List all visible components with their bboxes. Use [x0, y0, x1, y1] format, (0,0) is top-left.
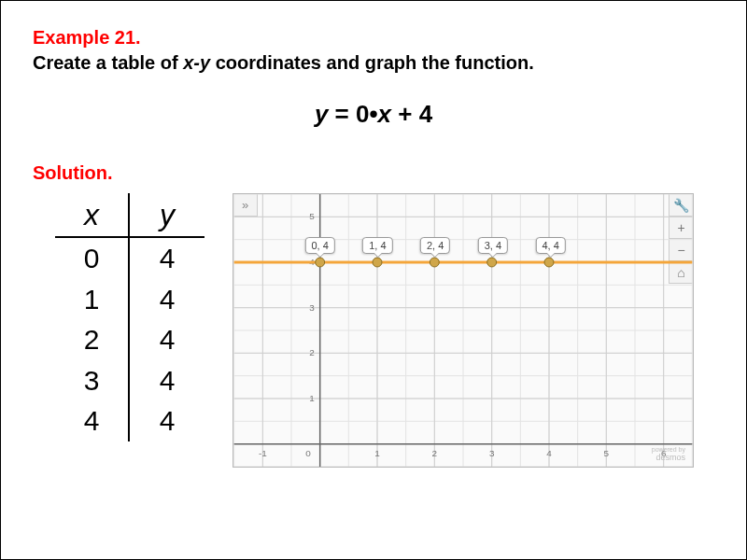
table-cell-y: 4 — [130, 360, 204, 401]
equation-lhs: y — [315, 100, 328, 128]
table-row: 3 4 — [55, 360, 204, 401]
table-header-y: y — [130, 193, 204, 238]
svg-text:-1: -1 — [259, 448, 267, 458]
prompt-text: Create a table of x-y coordinates and gr… — [33, 52, 714, 74]
svg-text:1: 1 — [309, 393, 315, 403]
example-title: Example 21. — [33, 27, 714, 49]
equation-mid: x — [378, 100, 391, 128]
point-label: 4, 4 — [535, 237, 565, 254]
table-row: 0 4 — [55, 238, 204, 279]
graph-panel[interactable]: » 🔧 + − ⌂ -1012345612345 powered by desm… — [233, 193, 694, 468]
table-row: 1 4 — [55, 279, 204, 320]
plot-svg: -1012345612345 — [233, 194, 693, 467]
table-cell-y: 4 — [130, 319, 204, 360]
point-label: 0, 4 — [304, 237, 334, 254]
svg-text:5: 5 — [309, 211, 315, 221]
equation: y = 0•x + 4 — [33, 100, 714, 129]
graph-watermark: powered by desmos — [652, 446, 685, 463]
table-cell-x: 3 — [55, 360, 130, 401]
svg-text:0: 0 — [305, 448, 311, 458]
equation-eq: = 0• — [328, 100, 377, 128]
prompt-pre: Create a table of — [33, 52, 183, 73]
xy-table: x y 0 4 1 4 2 4 3 4 4 4 — [55, 193, 204, 441]
table-cell-y: 4 — [130, 279, 204, 320]
equation-rhs: + 4 — [391, 100, 432, 128]
watermark-text: desmos — [655, 453, 685, 462]
table-row: 4 4 — [55, 400, 204, 441]
table-row: 2 4 — [55, 319, 204, 360]
svg-text:3: 3 — [489, 448, 495, 458]
svg-text:2: 2 — [432, 448, 438, 458]
solution-label: Solution. — [33, 162, 714, 184]
svg-text:3: 3 — [309, 302, 315, 313]
table-header-x: x — [55, 193, 130, 238]
table-cell-x: 4 — [55, 400, 130, 441]
prompt-post: coordinates and graph the function. — [210, 52, 534, 73]
svg-text:1: 1 — [374, 448, 380, 458]
graph-plot[interactable]: -1012345612345 — [233, 194, 693, 467]
table-cell-x: 2 — [55, 319, 130, 360]
point-label: 3, 4 — [478, 237, 508, 254]
table-cell-x: 0 — [55, 238, 130, 279]
point-label: 2, 4 — [420, 237, 450, 254]
svg-text:5: 5 — [604, 448, 610, 458]
table-cell-y: 4 — [130, 238, 204, 279]
point-label: 1, 4 — [362, 237, 392, 254]
table-cell-y: 4 — [130, 400, 204, 441]
table-header-row: x y — [55, 193, 204, 238]
table-cell-x: 1 — [55, 279, 130, 320]
svg-text:4: 4 — [546, 448, 552, 458]
svg-text:2: 2 — [309, 347, 315, 357]
prompt-var: x-y — [183, 52, 210, 73]
